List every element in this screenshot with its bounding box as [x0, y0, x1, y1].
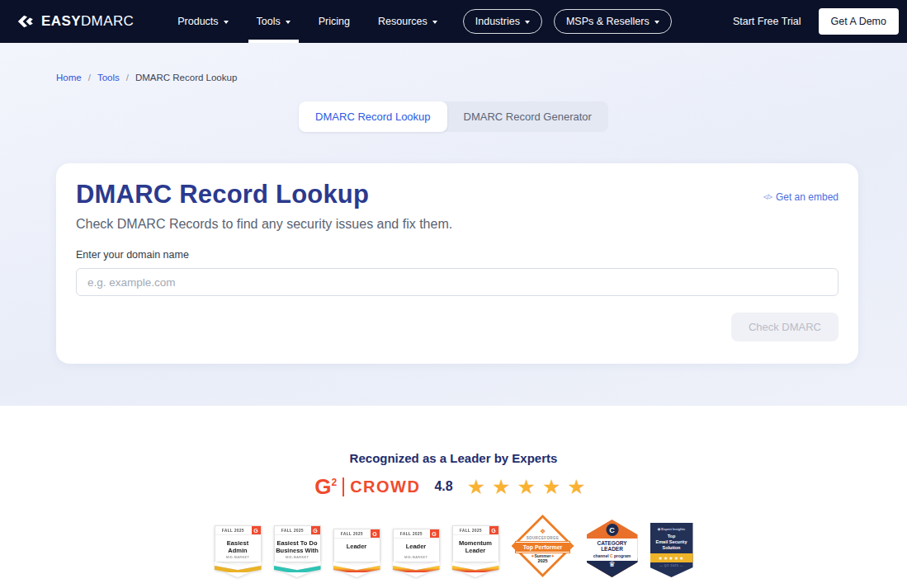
card-header: DMARC Record Lookup </> Get an embed: [76, 181, 839, 209]
easydmarc-logo-icon: [17, 12, 35, 31]
g2-badge-market: MID-MARKET: [275, 556, 320, 562]
sourceforge-content: ❖SOURCEFORGETop Performer✦Summer✦2025: [512, 515, 574, 577]
nav-item-label: Products: [177, 16, 218, 27]
expert-insights-logo: ◉ Expert Insights: [658, 527, 686, 531]
breadcrumb-separator: /: [88, 73, 91, 82]
experts-section: Recognized as a Leader by Experts G2 CRO…: [0, 406, 907, 588]
nav-item-label: Pricing: [319, 16, 350, 27]
g2-award-badge: FALL 2025GEasiestAdminMID-MARKET: [215, 525, 262, 577]
tab-dmarc-record-lookup[interactable]: DMARC Record Lookup: [299, 101, 446, 132]
tabs-wrap: DMARC Record LookupDMARC Record Generato…: [0, 101, 907, 132]
breadcrumb-tools[interactable]: Tools: [97, 73, 120, 82]
nav-item-tools[interactable]: Tools: [243, 0, 305, 43]
channel-award-title-line: LEADER: [587, 546, 638, 552]
g2-badge-title-line: Business With: [276, 547, 319, 554]
start-free-trial-link[interactable]: Start Free Trial: [733, 16, 801, 27]
nav-item-label: Resources: [378, 16, 428, 27]
expert-award-title: TopEmail SecuritySolution: [656, 534, 687, 551]
brand-name: EASYDMARC: [41, 13, 134, 30]
g2-badge-title-line: Leader: [454, 547, 498, 554]
breadcrumb-dmarc-record-lookup: DMARC Record Lookup: [135, 73, 237, 82]
g2-badge-title-line: Easiest To Do: [276, 539, 319, 547]
top-navigation: EASYDMARC ProductsToolsPricingResourcesI…: [0, 0, 907, 43]
channel-program-badge: CCATEGORYLEADERchannel C program♛: [587, 520, 638, 577]
code-icon: </>: [763, 193, 772, 201]
g2-icon: G: [371, 529, 380, 538]
nav-item-resources[interactable]: Resources: [364, 0, 451, 43]
rating-stars: ★★★★★: [467, 477, 593, 497]
g2-badge-title: EasiestAdmin: [215, 535, 261, 556]
nav-item-label: Tools: [257, 16, 281, 27]
sourceforge-badge: ❖SOURCEFORGETop Performer✦Summer✦2025: [512, 515, 574, 577]
sourceforge-icon: ❖: [540, 529, 546, 535]
chevron-down-icon: [286, 21, 291, 24]
g2-badge-title-line: Easiest: [216, 539, 260, 547]
get-embed-label: Get an embed: [776, 191, 839, 203]
g2-badge-tip: [452, 572, 499, 577]
g2-rating-row: G2 CROWD 4.8 ★★★★★: [0, 476, 907, 497]
g2-badge-header: FALL 2025G: [275, 526, 320, 535]
g2-badge-header: FALL 2025G: [453, 526, 498, 535]
nav-item-label: MSPs & Resellers: [566, 16, 650, 27]
g2-badge-box: FALL 2025GMomentumLeader: [452, 525, 499, 562]
channel-badge-band: CATEGORYLEADERchannel C program: [587, 539, 638, 561]
button-row: Check DMARC: [76, 313, 839, 341]
nav-item-industries[interactable]: Industries: [463, 9, 542, 34]
g2-badge-header: FALL 2025G: [215, 526, 261, 535]
nav-item-products[interactable]: Products: [163, 0, 242, 43]
g2-icon: G: [252, 526, 261, 534]
experts-title: Recognized as a Leader by Experts: [0, 451, 907, 465]
expert-award-title-line: Solution: [656, 545, 687, 551]
page-title: DMARC Record Lookup: [76, 181, 369, 209]
check-dmarc-button[interactable]: Check DMARC: [731, 313, 839, 341]
nav-item-label: Industries: [475, 16, 520, 27]
nav-item-pricing[interactable]: Pricing: [305, 0, 364, 43]
breadcrumb: Home/Tools/DMARC Record Lookup: [56, 73, 237, 82]
g2-crowd-word: CROWD: [350, 477, 420, 496]
channel-program-icon: C: [606, 524, 618, 536]
g2-badge-header: FALL 2025G: [394, 529, 439, 539]
tab-dmarc-record-generator[interactable]: DMARC Record Generator: [447, 101, 608, 132]
get-embed-link[interactable]: </> Get an embed: [763, 191, 839, 203]
g2-badge-title: Leader: [334, 539, 380, 556]
g2-badge-market: [334, 556, 380, 562]
expert-season: — Q2 2025 —: [659, 564, 683, 567]
g2-badge-season: FALL 2025: [453, 526, 489, 534]
g2-g-mark: G2: [314, 476, 337, 497]
channel-award-title-line: CATEGORY: [587, 540, 638, 546]
g2-divider: [342, 477, 344, 496]
channel-program-wordmark: channel C program: [587, 553, 638, 558]
g2-badge-market: MID-MARKET: [394, 556, 439, 562]
program-word: program: [613, 553, 631, 558]
g2-badge-title: Leader: [394, 539, 439, 556]
breadcrumb-home[interactable]: Home: [56, 73, 82, 82]
nav-item-msps-resellers[interactable]: MSPs & Resellers: [554, 9, 672, 34]
star-icon: ★: [567, 475, 592, 498]
g2-badge-title: Easiest To DoBusiness With: [275, 535, 320, 556]
g2-badge-tip: [333, 572, 380, 577]
g2-badge-title-line: Momentum: [454, 539, 498, 547]
g2-award-badge: FALL 2025GMomentumLeader: [452, 525, 499, 577]
easydmarc-logo[interactable]: EASYDMARC: [17, 12, 134, 31]
chevron-down-icon: [654, 21, 659, 24]
g2-badge-box: FALL 2025GLeader: [333, 529, 380, 562]
expert-award-title-line: Top: [656, 534, 687, 539]
g2-badge-season: FALL 2025: [275, 526, 311, 534]
g2-badge-season: FALL 2025: [394, 529, 430, 538]
g2-badge-title-line: Leader: [335, 543, 379, 550]
g2-icon: G: [489, 526, 498, 534]
card-subtitle: Check DMARC Records to find any security…: [76, 217, 839, 232]
g2-icon: G: [311, 526, 320, 534]
g2-badge-tip: [274, 572, 321, 577]
g2-badge-header: FALL 2025G: [334, 529, 380, 539]
g2-badge-season: FALL 2025: [334, 529, 371, 538]
chevron-down-icon: [432, 21, 437, 24]
domain-input[interactable]: [76, 268, 839, 296]
dmarc-lookup-card: DMARC Record Lookup </> Get an embed Che…: [56, 163, 858, 364]
star-icon: ★: [542, 475, 567, 498]
star-icon: ✦: [551, 553, 555, 558]
g2-badge-market: MID-MARKET: [215, 556, 261, 562]
expert-insights-badge: ◉ Expert InsightsTopEmail SecuritySoluti…: [650, 523, 693, 577]
get-a-demo-button[interactable]: Get A Demo: [819, 8, 899, 35]
sourceforge-year: 2025: [537, 558, 547, 563]
